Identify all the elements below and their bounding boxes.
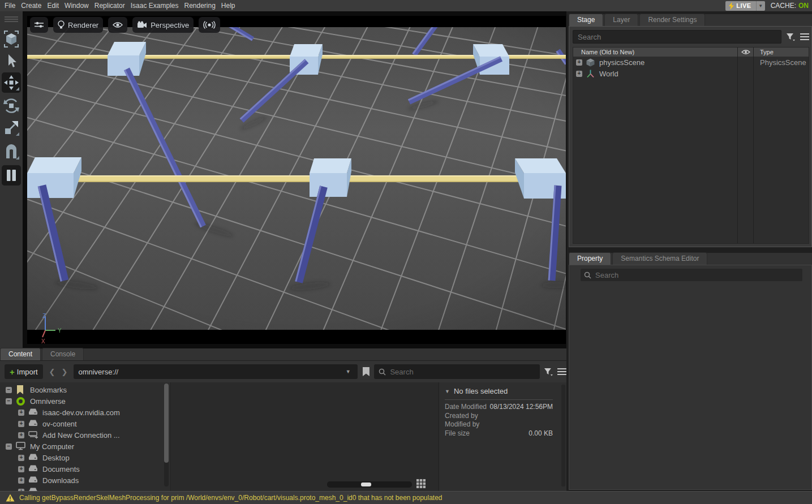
visibility-button[interactable] xyxy=(108,17,127,33)
visibility-column-icon xyxy=(741,49,750,55)
property-search-input[interactable]: Search xyxy=(581,269,802,281)
renderer-dropdown[interactable]: Renderer xyxy=(53,17,103,33)
cache-label: CACHE: xyxy=(771,2,796,10)
tab-semantics-schema-editor[interactable]: Semantics Schema Editor xyxy=(612,252,707,265)
status-bar: Calling getBypassRenderSkelMeshProcessin… xyxy=(0,491,812,504)
path-field[interactable]: omniverse:// ▼ xyxy=(74,364,357,379)
menu-window[interactable]: Window xyxy=(65,2,89,10)
stage-panel: Stage Layer Render Settings Search Name … xyxy=(569,14,812,247)
file-listing-area[interactable] xyxy=(171,382,439,491)
tree-row-omniverse[interactable]: −Omniverse xyxy=(0,395,170,407)
collapse-caret-icon: ▼ xyxy=(445,389,450,394)
tree-row-my-computer[interactable]: −My Computer xyxy=(0,441,170,452)
content-search-input[interactable]: Search xyxy=(374,364,540,379)
thumbnail-size-slider[interactable] xyxy=(327,481,412,488)
grid-view-icon[interactable] xyxy=(416,479,426,488)
options-menu-icon[interactable] xyxy=(800,33,809,41)
viewport-left-toolbar xyxy=(0,11,23,348)
tab-layer[interactable]: Layer xyxy=(604,14,638,26)
tree-row-downloads[interactable]: +Downloads xyxy=(0,475,170,486)
filter-icon[interactable] xyxy=(544,367,553,376)
live-button[interactable]: LIVE xyxy=(725,1,755,11)
live-dropdown-button[interactable]: ▼ xyxy=(756,1,765,11)
tree-row-isaac-dev-ov-nvidia-com[interactable]: +isaac-dev.ov.nvidia.com xyxy=(0,407,170,418)
viewport-settings-button[interactable] xyxy=(30,17,48,33)
search-icon xyxy=(584,272,591,279)
camera-dropdown[interactable]: Perspective xyxy=(132,17,194,33)
stage-row-world[interactable]: + World xyxy=(573,68,809,79)
stage-search-input[interactable]: Search xyxy=(573,30,781,44)
expand-icon[interactable]: + xyxy=(18,466,24,472)
file-details-panel: ▼ No files selected Date Modified 08/13/… xyxy=(439,382,566,491)
tree-row-ov-content[interactable]: +ov-content xyxy=(0,418,170,429)
lightning-icon xyxy=(729,2,734,10)
collapse-icon[interactable]: − xyxy=(6,387,12,393)
tree-row-partial[interactable]: + xyxy=(0,486,170,491)
property-panel: Property Semantics Schema Editor Search xyxy=(569,253,812,490)
tab-property[interactable]: Property xyxy=(569,252,611,265)
menu-help[interactable]: Help xyxy=(221,2,235,10)
scale-tool[interactable] xyxy=(0,120,23,136)
server-icon xyxy=(28,408,38,417)
menu-rendering[interactable]: Rendering xyxy=(184,2,215,10)
drive-icon xyxy=(28,487,38,491)
content-file-tree: −Bookmarks−Omniverse+isaac-dev.ov.nvidia… xyxy=(0,382,171,491)
expand-icon[interactable]: + xyxy=(576,71,582,77)
import-button[interactable]: + Import xyxy=(5,364,43,379)
cache-status: ON xyxy=(798,2,809,10)
viewport-toolbar: Renderer Perspective xyxy=(30,17,225,33)
drive-icon xyxy=(28,476,38,485)
pause-button[interactable] xyxy=(2,165,21,186)
expand-icon[interactable]: + xyxy=(18,455,24,461)
menu-create[interactable]: Create xyxy=(21,2,41,10)
snap-tool[interactable] xyxy=(0,143,23,160)
menu-edit[interactable]: Edit xyxy=(47,2,59,10)
rotate-tool[interactable] xyxy=(0,97,23,114)
details-header[interactable]: ▼ No files selected xyxy=(445,387,553,400)
select-tool[interactable] xyxy=(0,53,23,69)
menu-file[interactable]: File xyxy=(5,2,15,10)
expand-icon[interactable]: + xyxy=(18,410,24,416)
bookmark-icon[interactable] xyxy=(362,367,370,377)
expand-icon[interactable]: + xyxy=(18,477,24,484)
collapse-icon[interactable]: − xyxy=(6,443,12,450)
expand-icon[interactable]: + xyxy=(576,59,582,66)
search-icon xyxy=(379,368,386,376)
menu-replicator[interactable]: Replicator xyxy=(94,2,125,10)
broadcast-icon xyxy=(203,21,216,29)
tree-row-bookmarks[interactable]: −Bookmarks xyxy=(0,384,170,395)
filter-icon[interactable] xyxy=(786,32,796,41)
path-dropdown-icon[interactable]: ▼ xyxy=(346,369,351,374)
back-button[interactable]: ❮ xyxy=(49,368,55,376)
move-tool[interactable] xyxy=(2,72,21,93)
bookmark-icon xyxy=(16,385,26,394)
broadcast-button[interactable] xyxy=(199,17,220,33)
content-panel: Content Console + Import ❮ ❯ omniverse:/… xyxy=(0,348,566,491)
tab-console[interactable]: Console xyxy=(42,348,84,360)
stage-tree-header[interactable]: Name (Old to New) Type xyxy=(573,48,809,57)
tab-content[interactable]: Content xyxy=(0,348,41,360)
server-add-icon xyxy=(28,430,38,440)
menu-isaac-examples[interactable]: Isaac Examples xyxy=(131,2,179,10)
collapse-icon[interactable]: − xyxy=(6,398,12,404)
menu-bar: File Create Edit Window Replicator Isaac… xyxy=(0,0,812,11)
stage-row-physicsScene[interactable]: + physicsScene PhysicsScene xyxy=(573,57,809,68)
tab-stage[interactable]: Stage xyxy=(569,14,603,26)
viewport-3d-scene[interactable]: ZYX xyxy=(27,16,566,344)
frame-select-tool[interactable] xyxy=(0,29,23,49)
expand-icon[interactable]: + xyxy=(18,432,24,438)
tree-row-desktop[interactable]: +Desktop xyxy=(0,452,170,463)
tree-row-add-new-connection-[interactable]: +Add New Connection ... xyxy=(0,429,170,441)
expand-icon[interactable]: + xyxy=(18,421,24,427)
forward-button[interactable]: ❯ xyxy=(62,368,68,376)
omniverse-icon xyxy=(16,397,26,406)
tree-row-documents[interactable]: +Documents xyxy=(0,463,170,475)
tree-scrollbar[interactable] xyxy=(164,384,169,486)
drive-icon xyxy=(28,464,38,473)
details-scrollbar[interactable] xyxy=(561,385,565,486)
svg-text:Y: Y xyxy=(58,328,62,334)
options-menu-icon[interactable] xyxy=(557,368,566,376)
tab-render-settings[interactable]: Render Settings xyxy=(639,14,705,26)
toolbar-drag-handle[interactable] xyxy=(0,16,23,23)
server-icon xyxy=(28,419,38,428)
